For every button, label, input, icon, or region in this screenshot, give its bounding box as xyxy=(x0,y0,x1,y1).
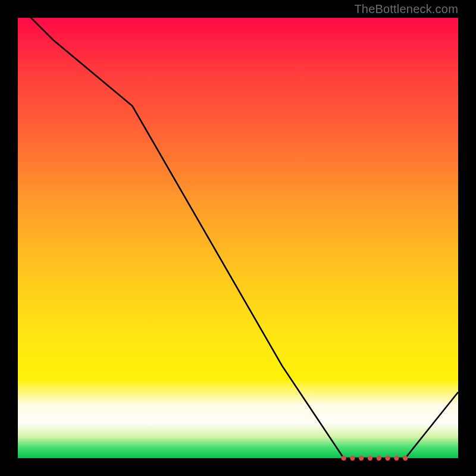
attribution-text: TheBottleneck.com xyxy=(354,2,458,16)
marker-dot xyxy=(385,456,390,461)
marker-dot xyxy=(350,456,355,461)
marker-dot xyxy=(341,456,346,461)
marker-dot xyxy=(394,456,399,461)
marker-dot xyxy=(377,456,381,461)
series-curve xyxy=(18,5,458,458)
chart-stage: TheBottleneck.com xyxy=(0,0,476,476)
chart-overlay xyxy=(0,0,476,476)
marker-dot xyxy=(403,456,408,461)
marker-dot xyxy=(359,456,364,461)
line-series xyxy=(18,5,458,458)
marker-dot xyxy=(368,456,372,461)
